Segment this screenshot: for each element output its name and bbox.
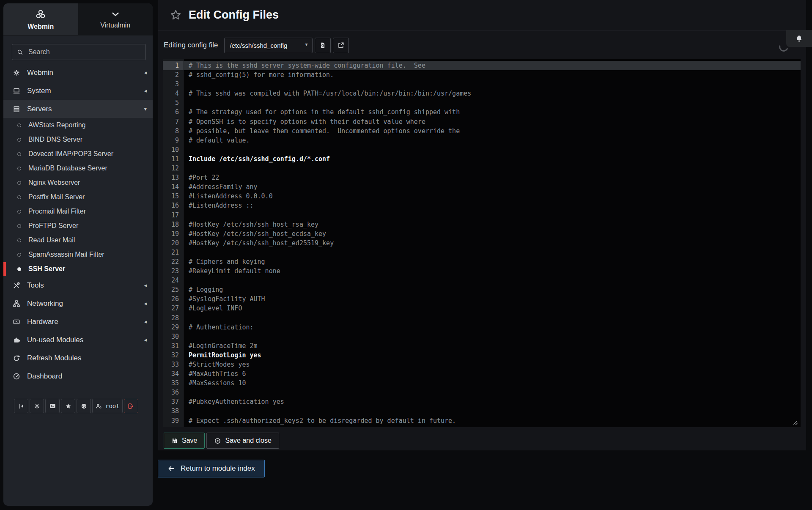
editor-line[interactable]: 9 # default value. [163, 136, 801, 145]
editor-line[interactable]: 33 #StrictModes yes [163, 360, 801, 369]
settings-button[interactable] [30, 399, 44, 413]
line-text: # The strategy used for options in the d… [183, 107, 460, 117]
tab-virtualmin[interactable]: Virtualmin [78, 3, 153, 35]
theme-palette-button[interactable] [77, 399, 91, 413]
editor-line[interactable]: 37 #PubkeyAuthentication yes [163, 397, 801, 406]
save-and-close-button[interactable]: Save and close [206, 433, 279, 449]
search-input[interactable] [27, 48, 141, 56]
sidebar-item-servers[interactable]: Servers [3, 100, 153, 118]
favorites-button[interactable] [61, 399, 75, 413]
chevron-down-icon [110, 10, 121, 19]
line-text: # Ciphers and keying [183, 257, 265, 266]
footer-button-label: root [105, 403, 120, 409]
return-to-module-index-button[interactable]: Return to module index [158, 460, 265, 477]
line-number: 38 [163, 406, 183, 416]
editor-line[interactable]: 2 # sshd_config(5) for more information. [163, 70, 801, 80]
editor-line[interactable]: 1 # This is the sshd server system-wide … [163, 61, 801, 70]
editor-line[interactable]: 24 [163, 276, 801, 285]
editor-line[interactable]: 34 #MaxAuthTries 6 [163, 369, 801, 378]
sidebar-subitem-procmail[interactable]: Procmail Mail Filter [3, 204, 153, 219]
line-number: 19 [163, 229, 183, 239]
search-icon [16, 49, 24, 56]
line-text: #AuthorizedKeysFile .ssh/authorized_keys… [183, 425, 425, 427]
editor-line[interactable]: 7 # OpenSSH is to specify options with t… [163, 117, 801, 126]
editor-line[interactable]: 11 Include /etc/ssh/sshd_config.d/*.conf [163, 154, 801, 164]
line-text: #MaxAuthTries 6 [183, 369, 246, 378]
page-title: Edit Config Files [189, 8, 279, 22]
editor-line[interactable]: 28 [163, 313, 801, 323]
sidebar-subitem-spamassassin[interactable]: SpamAssassin Mail Filter [3, 247, 153, 262]
collapse-sidebar-button[interactable] [14, 399, 28, 413]
sidebar-subitem-ssh-server[interactable]: SSH Server [3, 262, 153, 276]
editor-line[interactable]: 26 #SyslogFacility AUTH [163, 294, 801, 304]
editor-line[interactable]: 14 #AddressFamily any [163, 182, 801, 192]
bullet-icon [17, 210, 21, 214]
editor-line[interactable]: 16 #ListenAddress :: [163, 201, 801, 210]
editor-line[interactable]: 39 # Expect .ssh/authorized_keys2 to be … [163, 416, 801, 425]
editor-line[interactable]: 19 #HostKey /etc/ssh/ssh_host_ecdsa_key [163, 229, 801, 239]
sidebar-subitem-proftpd[interactable]: ProFTPD Server [3, 219, 153, 233]
sidebar-item-networking[interactable]: Networking [3, 294, 153, 313]
menu-item-icon [12, 372, 21, 381]
line-text [183, 313, 189, 323]
line-text [183, 145, 189, 154]
tab-webmin[interactable]: Webmin [3, 3, 78, 35]
sidebar-item-system[interactable]: System [3, 82, 153, 100]
favorite-star-icon[interactable] [169, 8, 182, 22]
editor-line[interactable]: 36 [163, 388, 801, 397]
editor-line[interactable]: 32 PermitRootLogin yes [163, 351, 801, 360]
editor-line[interactable]: 4 # This sshd was compiled with PATH=/us… [163, 89, 801, 98]
resize-grip-icon[interactable] [792, 420, 798, 426]
editor-line[interactable]: 10 [163, 145, 801, 154]
sidebar-subitem-mariadb[interactable]: MariaDB Database Server [3, 161, 153, 175]
user-root-button[interactable]: root [92, 399, 123, 413]
sidebar-item-hardware[interactable]: Hardware [3, 313, 153, 331]
editor-line[interactable]: 6 # The strategy used for options in the… [163, 107, 801, 117]
sidebar-subitem-read-user-mail[interactable]: Read User Mail [3, 233, 153, 247]
editor-line[interactable]: 35 #MaxSessions 10 [163, 378, 801, 388]
save-button[interactable]: Save [164, 433, 205, 449]
terminal-button[interactable] [45, 399, 60, 413]
editor-line[interactable]: 5 [163, 98, 801, 107]
editor-line[interactable]: 18 #HostKey /etc/ssh/ssh_host_rsa_key [163, 220, 801, 229]
editor-line[interactable]: 15 #ListenAddress 0.0.0.0 [163, 192, 801, 201]
editor-line[interactable]: 25 # Logging [163, 285, 801, 294]
preview-file-button[interactable] [315, 38, 331, 53]
sidebar-item-tools[interactable]: Tools [3, 276, 153, 294]
editor-line[interactable]: 23 #RekeyLimit default none [163, 266, 801, 276]
open-file-button[interactable] [333, 38, 349, 53]
logout-button[interactable] [124, 399, 138, 413]
line-text: #HostKey /etc/ssh/ssh_host_ecdsa_key [183, 229, 326, 239]
sidebar-item-webmin[interactable]: Webmin [3, 63, 153, 82]
editor-line[interactable]: 29 # Authentication: [163, 323, 801, 332]
editor-line[interactable]: 31 #LoginGraceTime 2m [163, 341, 801, 351]
config-editor[interactable]: 1 # This is the sshd server system-wide … [163, 59, 801, 427]
editor-line[interactable]: 40 #AuthorizedKeysFile .ssh/authorized_k… [163, 425, 801, 427]
editor-line[interactable]: 30 [163, 332, 801, 341]
editor-line[interactable]: 3 [163, 80, 801, 89]
editor-line[interactable]: 13 #Port 22 [163, 173, 801, 182]
config-file-select[interactable]: /etc/ssh/sshd_config [224, 38, 313, 53]
sidebar-subitem-postfix[interactable]: Postfix Mail Server [3, 190, 153, 204]
editor-line[interactable]: 38 [163, 406, 801, 416]
sidebar-subitem-awstats-reporting[interactable]: AWStats Reporting [3, 118, 153, 132]
editor-line[interactable]: 20 #HostKey /etc/ssh/ssh_host_ed25519_ke… [163, 239, 801, 248]
notifications-button[interactable] [786, 30, 812, 47]
search-box[interactable] [12, 44, 146, 60]
editor-line[interactable]: 22 # Ciphers and keying [163, 257, 801, 266]
sidebar-item-dashboard[interactable]: Dashboard [3, 367, 153, 385]
menu-item-icon [12, 105, 21, 113]
menu-item-label: Networking [27, 299, 144, 308]
editor-line[interactable]: 27 #LogLevel INFO [163, 304, 801, 313]
sidebar-subitem-nginx[interactable]: Nginx Webserver [3, 175, 153, 190]
sidebar-subitem-bind-dns-server[interactable]: BIND DNS Server [3, 132, 153, 147]
sidebar-subitem-dovecot-imap-pop3[interactable]: Dovecot IMAP/POP3 Server [3, 147, 153, 161]
sidebar-item-unused-modules[interactable]: Un-used Modules [3, 331, 153, 349]
editor-line[interactable]: 21 [163, 248, 801, 257]
sidebar-item-refresh-modules[interactable]: Refresh Modules [3, 349, 153, 367]
editor-line[interactable]: 17 [163, 211, 801, 220]
editor-line[interactable]: 12 [163, 164, 801, 173]
editor-lines: 1 # This is the sshd server system-wide … [163, 59, 801, 427]
line-text [183, 98, 189, 107]
editor-line[interactable]: 8 # possible, but leave them commented. … [163, 126, 801, 136]
